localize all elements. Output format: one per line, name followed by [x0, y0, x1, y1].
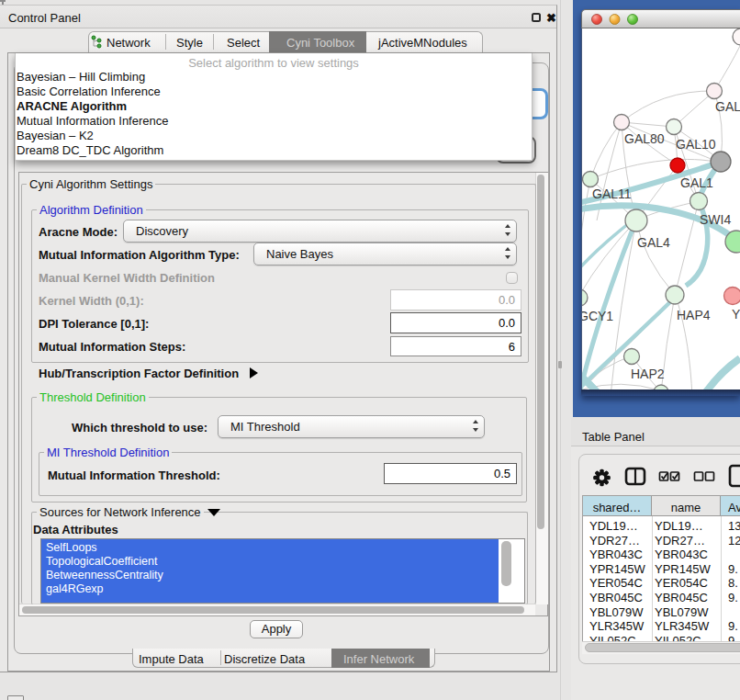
svg-text:HAP4: HAP4 — [677, 308, 711, 322]
svg-text:GCY1: GCY1 — [582, 309, 613, 323]
svg-text:GAL1: GAL1 — [680, 175, 713, 190]
svg-text:HAP2: HAP2 — [631, 367, 665, 381]
svg-text:GAL10: GAL10 — [676, 137, 716, 152]
svg-text:GAL80: GAL80 — [624, 131, 665, 146]
svg-text:GAL11: GAL11 — [592, 186, 632, 201]
svg-text:YG: YG — [732, 307, 740, 322]
svg-text:GAL7: GAL7 — [715, 99, 740, 114]
svg-text:GAL4: GAL4 — [637, 235, 670, 250]
svg-text:SWI4: SWI4 — [700, 212, 731, 227]
